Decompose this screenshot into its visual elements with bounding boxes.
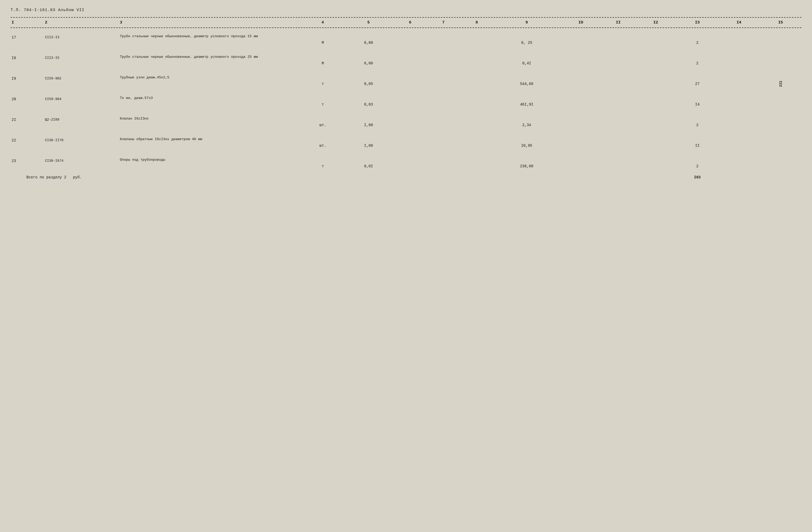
row-code: СI59-984 — [44, 94, 119, 108]
row-col13: II — [677, 136, 718, 149]
col-header-1: I — [11, 19, 44, 26]
row-col7 — [427, 94, 460, 108]
row-description: Трубные узлн диам.45х2,5 — [119, 74, 302, 87]
row-description: То же, диам.57х3 — [119, 94, 302, 108]
row-col14 — [718, 94, 760, 108]
row-col8 — [460, 136, 493, 149]
row-col15 — [760, 94, 801, 108]
table-row: 17 СII3-I3 Трубн стальные черные обыкнов… — [11, 33, 801, 46]
row-col10 — [560, 94, 601, 108]
row-id: 22 — [11, 136, 44, 149]
row-col15 — [760, 115, 801, 128]
row-col10 — [560, 74, 601, 87]
row-col15: I22 — [760, 74, 801, 87]
row-col8 — [460, 156, 493, 169]
col-header-15: I5 — [760, 19, 801, 26]
row-col15 — [760, 33, 801, 46]
row-col7 — [427, 74, 460, 87]
row-col12 — [635, 33, 677, 46]
data-table: 17 СII3-I3 Трубн стальные черные обыкнов… — [11, 29, 801, 181]
table-row: I8 СII3-I5 Трубн стальные черные обыкнов… — [11, 53, 801, 66]
row-unit: т — [302, 156, 344, 169]
row-col7 — [427, 33, 460, 46]
row-col14 — [718, 136, 760, 149]
row-col5: 6,00 — [344, 33, 393, 46]
row-col13: I4 — [677, 94, 718, 108]
footer-value: I03 — [677, 173, 718, 181]
row-col12 — [635, 156, 677, 169]
row-col13: 2 — [677, 156, 718, 169]
row-col9: 236,00 — [493, 156, 560, 169]
row-col9: I0,95 — [493, 136, 560, 149]
row-col5: 6,00 — [344, 53, 393, 66]
row-col12 — [635, 74, 677, 87]
table-row: 20 СI59-984 То же, диам.57х3 т 0,03 46I,… — [11, 94, 801, 108]
row-col9: 0,4I — [493, 53, 560, 66]
row-description: Опоры под трубопроводы — [119, 156, 302, 169]
table-row: 22 СI30-II70 Клапаны обратные I6сI3нх ди… — [11, 136, 801, 149]
row-code: СI59-982 — [44, 74, 119, 87]
main-table-container: I 2 3 4 5 6 7 8 9 IO II I2 I3 I4 I5 — [11, 17, 801, 181]
row-col14 — [718, 74, 760, 87]
col-header-14: I4 — [718, 19, 760, 26]
row-col8 — [460, 74, 493, 87]
col-header-10: IO — [560, 19, 601, 26]
row-unit: т — [302, 74, 344, 87]
row-id: 23 — [11, 156, 44, 169]
footer-row: Всего по разделу 2 руб. I03 — [11, 173, 801, 181]
row-col8 — [460, 94, 493, 108]
col-header-6: 6 — [394, 19, 427, 26]
row-col5: I,00 — [344, 136, 393, 149]
row-unit: шт. — [302, 115, 344, 128]
col-header-13: I3 — [677, 19, 718, 26]
row-col8 — [460, 33, 493, 46]
row-description: Трубн стальные черные обыкновенные, диам… — [119, 53, 302, 66]
row-col8 — [460, 115, 493, 128]
row-col6 — [394, 33, 427, 46]
footer-unit: руб. — [73, 175, 82, 179]
row-col11 — [601, 53, 635, 66]
header-bottom-dashed-line — [11, 27, 801, 28]
col-header-8: 8 — [460, 19, 493, 26]
row-col15 — [760, 136, 801, 149]
row-col15 — [760, 156, 801, 169]
top-dashed-line — [11, 17, 801, 18]
row-col11 — [601, 156, 635, 169]
col-header-5: 5 — [344, 19, 393, 26]
col-header-7: 7 — [427, 19, 460, 26]
column-header-row: I 2 3 4 5 6 7 8 9 IO II I2 I3 I4 I5 — [11, 19, 801, 26]
row-col10 — [560, 33, 601, 46]
main-table: I 2 3 4 5 6 7 8 9 IO II I2 I3 I4 I5 — [11, 19, 801, 26]
row-col7 — [427, 156, 460, 169]
row-col13: 27 — [677, 74, 718, 87]
footer-label: Всего по разделу 2 — [26, 175, 66, 179]
row-col15 — [760, 53, 801, 66]
row-col6 — [394, 115, 427, 128]
row-col9: 46I,9I — [493, 94, 560, 108]
row-col7 — [427, 115, 460, 128]
row-col14 — [718, 115, 760, 128]
row-col5: I,00 — [344, 115, 393, 128]
row-col11 — [601, 136, 635, 149]
row-unit: шт. — [302, 136, 344, 149]
row-id: I9 — [11, 74, 44, 87]
row-col6 — [394, 74, 427, 87]
row-col9: 0, 25 — [493, 33, 560, 46]
row-col5: 0,05 — [344, 74, 393, 87]
row-col14 — [718, 33, 760, 46]
row-col9: 544,68 — [493, 74, 560, 87]
row-id: 2I — [11, 115, 44, 128]
row-code: СI30-I674 — [44, 156, 119, 169]
row-col10 — [560, 136, 601, 149]
row-col14 — [718, 156, 760, 169]
row-code: СI30-II70 — [44, 136, 119, 149]
col-header-4: 4 — [302, 19, 344, 26]
col-header-2: 2 — [44, 19, 119, 26]
table-row: 23 СI30-I674 Опоры под трубопроводы т 0,… — [11, 156, 801, 169]
page-header: Т.П. 704-I-161.83 Альбом VII — [11, 8, 801, 12]
row-col12 — [635, 115, 677, 128]
row-col13: 2 — [677, 115, 718, 128]
row-col7 — [427, 53, 460, 66]
row-col8 — [460, 53, 493, 66]
table-row: 2I Щ2-2I89 Клапан I6сI3нх шт. I,00 2,34 … — [11, 115, 801, 128]
